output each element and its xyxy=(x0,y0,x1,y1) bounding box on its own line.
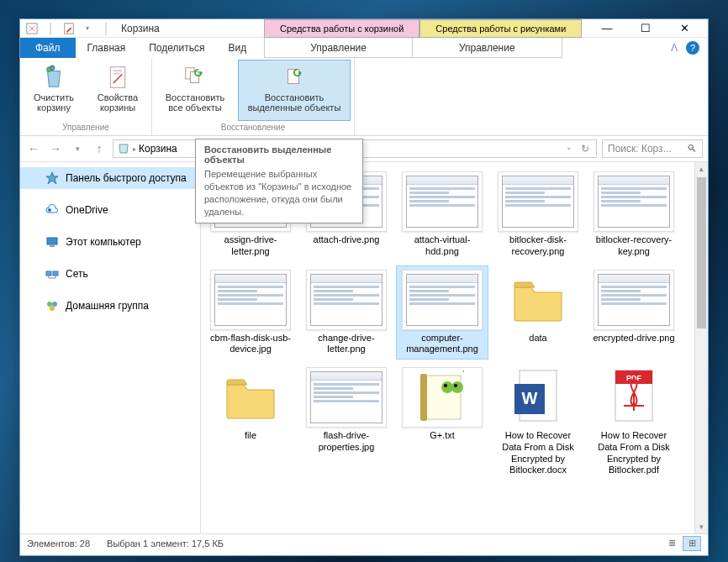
qat-dropdown-icon[interactable]: ▾ xyxy=(81,22,94,35)
restore-selected-label: Восстановить выделенные объекты xyxy=(244,92,345,113)
sidebar-item-net[interactable]: Сеть xyxy=(20,263,200,285)
view-details-button[interactable]: ≣ xyxy=(662,536,681,551)
file-label: encrypted-drive.png xyxy=(593,333,674,344)
tab-view[interactable]: Вид xyxy=(216,38,258,58)
tab-manage-recycle[interactable]: Управление xyxy=(264,38,413,58)
scroll-down-arrow-icon[interactable]: ▾ xyxy=(695,520,708,533)
sidebar-item-group[interactable]: Домашняя группа xyxy=(20,295,200,317)
file-label: attach-drive.png xyxy=(314,234,380,246)
cloud-icon xyxy=(45,203,59,217)
breadcrumb-chevron-icon: ▸ xyxy=(133,145,136,153)
restore-all-button[interactable]: Восстановить все объекты xyxy=(156,60,235,121)
search-input[interactable]: Поиск: Корз... 🔍︎ xyxy=(602,139,703,158)
svg-point-23 xyxy=(454,384,457,387)
svg-point-22 xyxy=(444,384,447,387)
svg-point-15 xyxy=(47,302,52,307)
scrollbar-thumb[interactable] xyxy=(697,177,706,328)
minimize-button[interactable]: — xyxy=(588,20,625,37)
recycle-properties-label: Свойства корзины xyxy=(93,92,142,113)
svg-point-20 xyxy=(441,381,453,393)
svg-text:Notepad++: Notepad++ xyxy=(446,370,469,372)
file-thumbnail xyxy=(593,171,674,232)
properties-icon[interactable] xyxy=(62,22,76,35)
tooltip-body: Перемещение выбранных объектов из "Корзи… xyxy=(204,168,354,218)
help-icon[interactable]: ? xyxy=(686,41,699,55)
nav-back-button[interactable]: ← xyxy=(25,140,42,157)
net-icon xyxy=(45,267,59,281)
ribbon-group-manage-label: Управление xyxy=(62,121,109,134)
file-label: change-drive-letter.png xyxy=(304,333,388,356)
collapse-ribbon-icon[interactable]: ᐱ xyxy=(671,42,678,54)
file-item[interactable]: file xyxy=(204,363,297,481)
pc-icon xyxy=(45,235,59,249)
view-large-icons-button[interactable]: ⊞ xyxy=(683,536,701,551)
address-dropdown-icon[interactable]: ⌄ xyxy=(566,143,572,155)
empty-recycle-bin-button[interactable]: Очистить корзину xyxy=(24,60,84,121)
nav-forward-button[interactable]: → xyxy=(47,140,64,157)
context-tab-recycle[interactable]: Средства работы с корзиной xyxy=(264,19,419,38)
qat-separator: | xyxy=(99,22,113,35)
tab-share[interactable]: Поделиться xyxy=(137,38,216,58)
svg-rect-19 xyxy=(420,374,427,421)
file-item[interactable]: WHow to Recover Data From a Disk Encrypt… xyxy=(492,363,584,481)
maximize-button[interactable]: ☐ xyxy=(627,20,664,37)
refresh-icon[interactable]: ↻ xyxy=(581,143,589,155)
sidebar-item-label: Домашняя группа xyxy=(66,300,149,312)
svg-rect-5 xyxy=(113,70,123,71)
sidebar-item-cloud[interactable]: OneDrive xyxy=(20,199,200,221)
file-item[interactable]: bitlocker-recovery-key.png xyxy=(588,167,680,262)
svg-point-16 xyxy=(52,302,57,307)
file-item[interactable]: data xyxy=(492,265,584,360)
file-thumbnail xyxy=(498,171,578,232)
svg-point-10 xyxy=(48,208,51,212)
properties-sheet-icon xyxy=(104,64,131,91)
restore-all-icon xyxy=(182,64,208,91)
content-area: Панель быстрого доступаOneDriveЭтот комп… xyxy=(20,161,708,533)
status-item-count: Элементов: 28 xyxy=(27,538,90,549)
nav-up-button[interactable]: ↑ xyxy=(91,140,108,157)
tab-manage-pictures[interactable]: Управление xyxy=(412,38,562,58)
tab-file[interactable]: Файл xyxy=(20,38,76,58)
file-item[interactable]: computer-management.png xyxy=(396,265,488,360)
file-label: flash-drive-properties.jpg xyxy=(304,430,388,454)
ribbon-group-restore-label: Восстановление xyxy=(221,121,286,134)
close-button[interactable]: ✕ xyxy=(666,20,703,37)
file-item[interactable]: change-drive-letter.png xyxy=(300,265,393,360)
tab-home[interactable]: Главная xyxy=(76,38,138,58)
file-thumbnail: Notepad++ xyxy=(402,367,483,428)
svg-point-17 xyxy=(50,306,55,311)
sidebar-item-label: OneDrive xyxy=(66,204,108,216)
nav-history-dropdown[interactable]: ▾ xyxy=(69,140,86,157)
ribbon: Очистить корзину Свойства корзины Управл… xyxy=(20,58,708,136)
quick-access-toolbar: | ▾ | xyxy=(25,22,113,35)
file-item[interactable]: PDFHow to Recover Data From a Disk Encry… xyxy=(588,363,680,481)
file-item[interactable]: attach-virtual-hdd.png xyxy=(396,167,488,262)
sidebar-item-pc[interactable]: Этот компьютер xyxy=(20,231,200,253)
file-item[interactable]: encrypted-drive.png xyxy=(588,265,680,360)
file-label: file xyxy=(245,430,256,442)
vertical-scrollbar[interactable]: ▴ ▾ xyxy=(694,162,708,533)
file-thumbnail: PDF xyxy=(593,367,674,428)
recycle-properties-button[interactable]: Свойства корзины xyxy=(87,60,148,121)
file-item[interactable]: bitlocker-disk-recovery.png xyxy=(492,167,584,262)
context-tab-pictures[interactable]: Средства работы с рисунками xyxy=(419,19,582,38)
recycle-bin-icon xyxy=(25,22,39,35)
ribbon-tabs: Файл Главная Поделиться Вид Управление У… xyxy=(20,38,708,58)
titlebar: | ▾ | Корзина Средства работы с корзиной… xyxy=(20,19,708,38)
file-thumbnail xyxy=(402,270,483,330)
svg-rect-13 xyxy=(46,271,51,276)
file-item[interactable]: Notepad++G+.txt xyxy=(396,363,488,481)
breadcrumb-location[interactable]: Корзина xyxy=(139,143,177,155)
ribbon-group-manage: Очистить корзину Свойства корзины Управл… xyxy=(20,58,152,135)
scroll-up-arrow-icon[interactable]: ▴ xyxy=(695,162,708,176)
tooltip-title: Восстановить выделенные объекты xyxy=(204,144,354,165)
sidebar-item-label: Панель быстрого доступа xyxy=(66,172,187,184)
star-icon xyxy=(45,171,59,185)
sidebar-item-star[interactable]: Панель быстрого доступа xyxy=(20,167,200,189)
ribbon-group-restore: Восстановить все объекты Восстановить вы… xyxy=(152,58,355,135)
restore-selected-button[interactable]: Восстановить выделенные объекты xyxy=(238,60,351,121)
file-item[interactable]: cbm-flash-disk-usb-device.jpg xyxy=(204,265,297,360)
file-item[interactable]: flash-drive-properties.jpg xyxy=(300,363,393,481)
restore-selected-icon xyxy=(281,64,308,91)
trash-icon xyxy=(40,64,67,91)
